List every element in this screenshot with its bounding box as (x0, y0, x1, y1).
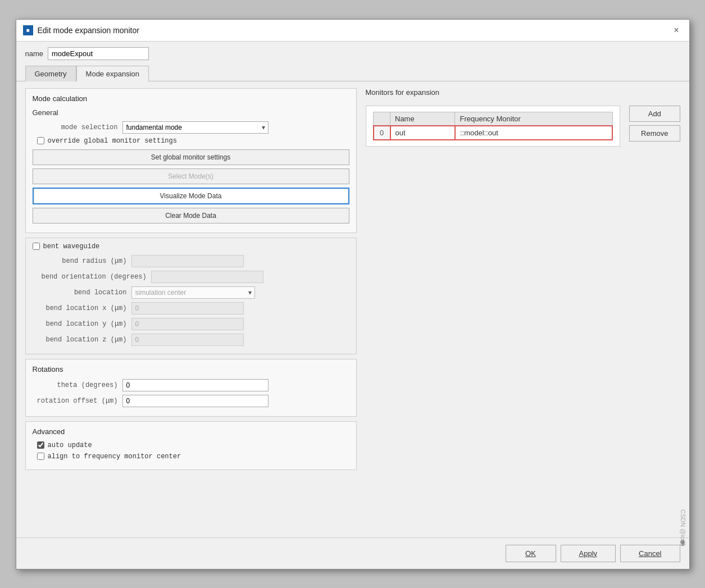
align-checkbox[interactable] (37, 453, 44, 460)
mode-calculation-section: Mode calculation General mode selection … (25, 88, 357, 233)
theta-row: theta (degrees) (33, 379, 349, 391)
bend-x-input (131, 302, 244, 314)
bent-waveguide-checkbox[interactable] (33, 243, 40, 250)
row-index: 0 (374, 126, 390, 140)
bend-radius-input (131, 255, 244, 267)
visualize-btn[interactable]: Visualize Mode Data (33, 188, 349, 204)
auto-update-label: auto update (48, 441, 92, 449)
rotation-offset-row: rotation offset (μm) (33, 395, 349, 407)
bend-z-label: bend location z (μm) (42, 336, 131, 344)
monitors-title: Monitors for expansion (366, 88, 680, 97)
theta-input[interactable] (122, 379, 269, 391)
bent-waveguide-label: bent waveguide (43, 243, 100, 250)
bend-x-label: bend location x (μm) (42, 304, 131, 312)
dialog-title: Edit mode expansion monitor (38, 26, 139, 35)
bend-location-label: bend location (42, 289, 131, 297)
col-name-header: Name (390, 112, 455, 126)
advanced-section: Advanced auto update align to frequency … (25, 421, 357, 470)
cancel-button[interactable]: Cancel (620, 545, 680, 562)
tabs-row: Geometry Mode expansion (16, 66, 689, 81)
override-label: override global monitor settings (48, 137, 177, 145)
bend-z-row: bend location z (μm) (42, 334, 349, 346)
mode-selection-label: mode selection (33, 124, 122, 131)
content-area: Mode calculation General mode selection … (16, 81, 689, 537)
auto-update-row: auto update (33, 441, 349, 449)
advanced-title: Advanced (33, 427, 349, 436)
bent-fields: bend radius (μm) bend orientation (degre… (33, 255, 349, 346)
close-button[interactable]: × (670, 24, 682, 37)
tab-geometry[interactable]: Geometry (25, 66, 76, 81)
bend-radius-label: bend radius (μm) (42, 257, 131, 265)
mode-selection-row: mode selection fundamental mode fundamen… (33, 121, 349, 134)
override-row: override global monitor settings (33, 137, 349, 145)
title-bar-left: ■ Edit mode expansion monitor (23, 25, 139, 35)
bend-orientation-label: bend orientation (degrees) (42, 273, 151, 281)
bend-location-wrapper: simulation center (131, 286, 255, 299)
row-name: out (390, 126, 455, 140)
dialog: ■ Edit mode expansion monitor × name Geo… (16, 19, 690, 569)
override-checkbox[interactable] (37, 137, 44, 144)
app-icon: ■ (23, 25, 33, 35)
table-row[interactable]: 0 out ::model::out (374, 126, 613, 140)
bend-y-row: bend location y (μm) (42, 318, 349, 330)
select-mode-btn[interactable]: Select Mode(s) (33, 168, 349, 184)
bend-z-input (131, 334, 244, 346)
name-label: name (25, 49, 44, 58)
auto-update-checkbox[interactable] (37, 441, 44, 449)
monitors-section: Name Frequency Monitor 0 out ::model::ou… (366, 106, 621, 147)
mode-calculation-title: Mode calculation (33, 94, 349, 103)
left-panel: Mode calculation General mode selection … (25, 88, 357, 531)
row-freq-monitor: ::model::out (455, 126, 612, 140)
align-label: align to frequency monitor center (48, 453, 181, 461)
bent-header: bent waveguide (33, 243, 349, 250)
bend-location-select: simulation center (131, 286, 255, 299)
mode-selection-wrapper: fundamental mode fundamental TE mode fun… (122, 121, 269, 134)
bend-x-row: bend location x (μm) (42, 302, 349, 314)
right-panel: Monitors for expansion Name Frequency Mo… (366, 88, 680, 531)
ok-button[interactable]: OK (506, 545, 556, 562)
rotation-offset-input[interactable] (122, 395, 269, 407)
add-monitor-button[interactable]: Add (629, 106, 680, 122)
bend-orientation-input (151, 271, 263, 283)
title-bar: ■ Edit mode expansion monitor × (16, 20, 689, 42)
mode-selection-select[interactable]: fundamental mode fundamental TE mode fun… (122, 121, 269, 134)
footer: OK Apply Cancel (16, 537, 689, 569)
col-freq-header: Frequency Monitor (455, 112, 612, 126)
bend-radius-row: bend radius (μm) (42, 255, 349, 267)
bend-location-row: bend location simulation center (42, 286, 349, 299)
remove-monitor-button[interactable]: Remove (629, 125, 680, 142)
monitor-buttons: Add Remove (629, 106, 680, 147)
name-row: name (16, 42, 689, 66)
table-header-row: Name Frequency Monitor (374, 112, 613, 126)
right-content: Name Frequency Monitor 0 out ::model::ou… (366, 106, 680, 147)
rotations-title: Rotations (33, 365, 349, 373)
tab-mode-expansion[interactable]: Mode expansion (76, 66, 149, 81)
rotation-offset-label: rotation offset (μm) (33, 397, 122, 405)
col-index-header (374, 112, 390, 126)
bend-orientation-row: bend orientation (degrees) (42, 271, 349, 283)
watermark: CSDN @子非鱼icon (679, 509, 687, 546)
bend-y-label: bend location y (μm) (42, 320, 131, 328)
rotations-section: Rotations theta (degrees) rotation offse… (25, 359, 357, 417)
bend-y-input (131, 318, 244, 330)
bent-waveguide-section: bent waveguide bend radius (μm) bend ori… (25, 238, 357, 354)
general-title: General (33, 108, 349, 117)
name-input[interactable] (48, 47, 149, 60)
set-global-btn[interactable]: Set global monitor settings (33, 149, 349, 165)
monitors-table: Name Frequency Monitor 0 out ::model::ou… (373, 112, 613, 140)
apply-button[interactable]: Apply (561, 545, 616, 562)
theta-label: theta (degrees) (33, 381, 122, 389)
clear-btn[interactable]: Clear Mode Data (33, 208, 349, 224)
align-row: align to frequency monitor center (33, 453, 349, 461)
